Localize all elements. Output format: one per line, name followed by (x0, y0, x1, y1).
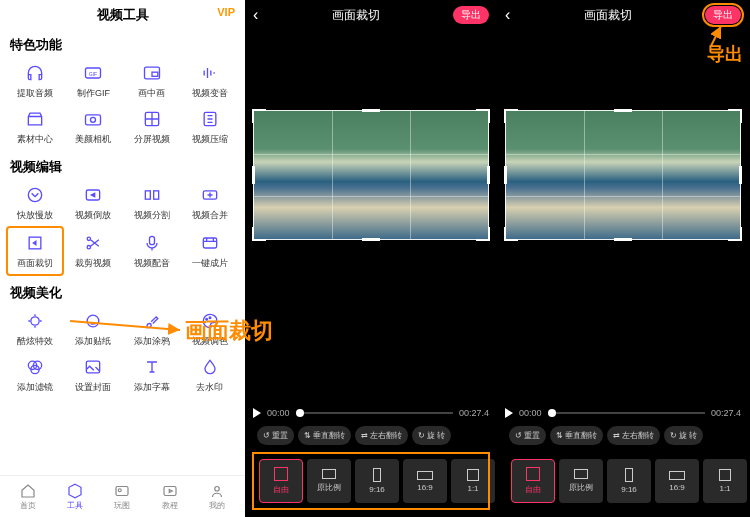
crop-frame[interactable] (505, 110, 741, 240)
transform-ops: ↺重置 ⇅垂直翻转 ⇄左右翻转 ↻旋 转 (253, 418, 489, 453)
ratio-free[interactable]: 自由 (511, 459, 555, 503)
nav-me[interactable]: 我的 (208, 482, 226, 511)
ratio-9-16[interactable]: 9:16 (607, 459, 651, 503)
op-flip-h[interactable]: ⇄左右翻转 (355, 426, 408, 445)
ratio-original[interactable]: 原比例 (307, 459, 351, 503)
crop-frame[interactable] (253, 110, 489, 240)
back-button[interactable]: ‹ (253, 6, 258, 24)
tool-speed[interactable]: 快放慢放 (6, 180, 64, 226)
sparkle-icon (24, 310, 46, 332)
tool-cover[interactable]: 设置封面 (64, 352, 122, 398)
ratio-original[interactable]: 原比例 (559, 459, 603, 503)
op-flip-h[interactable]: ⇄左右翻转 (607, 426, 660, 445)
tool-crop-frame[interactable]: 画面裁切 (6, 226, 64, 276)
crop-handle-br[interactable] (728, 227, 742, 241)
tool-split-video[interactable]: 视频分割 (123, 180, 181, 226)
editor-title: 画面裁切 (584, 7, 632, 24)
time-end: 00:27.4 (459, 408, 489, 418)
video-preview[interactable] (505, 110, 741, 240)
op-flip-v[interactable]: ⇅垂直翻转 (298, 426, 351, 445)
tool-voice-change[interactable]: 视频变音 (181, 58, 239, 104)
ratio-1-1[interactable]: 1:1 (451, 459, 495, 503)
droplet-icon (199, 356, 221, 378)
export-button[interactable]: 导出 (453, 6, 489, 24)
tool-subtitle[interactable]: 添加字幕 (123, 352, 181, 398)
tool-make-gif[interactable]: GIF制作GIF (64, 58, 122, 104)
tool-auto-edit[interactable]: 一键成片 (181, 226, 239, 276)
crop-handle-tl[interactable] (504, 109, 518, 123)
crop-handle-right[interactable] (487, 166, 490, 184)
crop-handle-bottom[interactable] (362, 238, 380, 241)
nav-play-image[interactable]: 玩图 (113, 482, 131, 511)
back-button[interactable]: ‹ (505, 6, 510, 24)
ratio-1-1[interactable]: 1:1 (703, 459, 747, 503)
vip-badge[interactable]: VIP (217, 6, 235, 18)
tool-beauty-cam[interactable]: 美颜相机 (64, 104, 122, 150)
crop-handle-tr[interactable] (476, 109, 490, 123)
svg-rect-28 (164, 487, 176, 496)
video-preview[interactable] (253, 110, 489, 240)
time-start: 00:00 (267, 408, 290, 418)
tool-effects[interactable]: 酷炫特效 (6, 306, 64, 352)
ratio-9-16[interactable]: 9:16 (355, 459, 399, 503)
crop-handle-tr[interactable] (728, 109, 742, 123)
svg-rect-4 (86, 115, 101, 125)
aspect-ratios: 自由 原比例 9:16 16:9 1:1 (505, 453, 741, 509)
tool-split-screen[interactable]: 分屏视频 (123, 104, 181, 150)
ratio-16-9[interactable]: 16:9 (403, 459, 447, 503)
nav-tutorial[interactable]: 教程 (161, 482, 179, 511)
ratio-16-9[interactable]: 16:9 (655, 459, 699, 503)
pip-icon (141, 62, 163, 84)
crop-handle-right[interactable] (739, 166, 742, 184)
crop-handle-left[interactable] (504, 166, 507, 184)
play-button[interactable] (253, 408, 261, 418)
svg-rect-11 (153, 191, 158, 199)
tool-filter[interactable]: 添加滤镜 (6, 352, 64, 398)
timeline-track[interactable] (296, 412, 453, 414)
tool-merge[interactable]: 视频合并 (181, 180, 239, 226)
section-edit-title: 视频编辑 (0, 152, 245, 180)
op-reset[interactable]: ↺重置 (509, 426, 546, 445)
section-beautify-title: 视频美化 (0, 278, 245, 306)
tool-trim[interactable]: 裁剪视频 (64, 226, 122, 276)
timeline-track[interactable] (548, 412, 705, 414)
tool-dubbing[interactable]: 视频配音 (123, 226, 181, 276)
tool-reverse[interactable]: 视频倒放 (64, 180, 122, 226)
crop-handle-left[interactable] (252, 166, 255, 184)
svg-point-29 (215, 487, 220, 492)
ratio-free[interactable]: 自由 (259, 459, 303, 503)
svg-rect-3 (152, 72, 158, 76)
mic-icon (141, 232, 163, 254)
export-button[interactable]: 导出 (705, 6, 741, 24)
image-icon (82, 356, 104, 378)
nav-tools[interactable]: 工具 (66, 482, 84, 511)
tool-pip[interactable]: 画中画 (123, 58, 181, 104)
crop-handle-bl[interactable] (504, 227, 518, 241)
op-reset[interactable]: ↺重置 (257, 426, 294, 445)
time-start: 00:00 (519, 408, 542, 418)
editor-view-1: ‹ 画面裁切 导出 00:00 00:27.4 ↺重置 ⇅垂直翻转 ⇄左右翻转 … (245, 0, 497, 517)
speed-icon (24, 184, 46, 206)
crop-handle-bottom[interactable] (614, 238, 632, 241)
tool-material[interactable]: 素材中心 (6, 104, 64, 150)
crop-handle-bl[interactable] (252, 227, 266, 241)
camera-icon (82, 108, 104, 130)
crop-handle-top[interactable] (362, 109, 380, 112)
tool-watermark[interactable]: 去水印 (181, 352, 239, 398)
op-rotate[interactable]: ↻旋 转 (664, 426, 703, 445)
cube-icon (66, 482, 84, 500)
cut-icon (141, 184, 163, 206)
op-flip-v[interactable]: ⇅垂直翻转 (550, 426, 603, 445)
annotation-crop-label: 画面裁切 (185, 316, 273, 346)
video-icon (161, 482, 179, 500)
tool-extract-audio[interactable]: 提取音频 (6, 58, 64, 104)
op-rotate[interactable]: ↻旋 转 (412, 426, 451, 445)
crop-handle-top[interactable] (614, 109, 632, 112)
svg-point-15 (88, 237, 91, 240)
crop-handle-br[interactable] (476, 227, 490, 241)
tool-compress[interactable]: 视频压缩 (181, 104, 239, 150)
play-button[interactable] (505, 408, 513, 418)
crop-handle-tl[interactable] (252, 109, 266, 123)
edit-grid: 快放慢放 视频倒放 视频分割 视频合并 画面裁切 裁剪视频 视频配音 一键成片 (0, 180, 245, 278)
nav-home[interactable]: 首页 (19, 482, 37, 511)
